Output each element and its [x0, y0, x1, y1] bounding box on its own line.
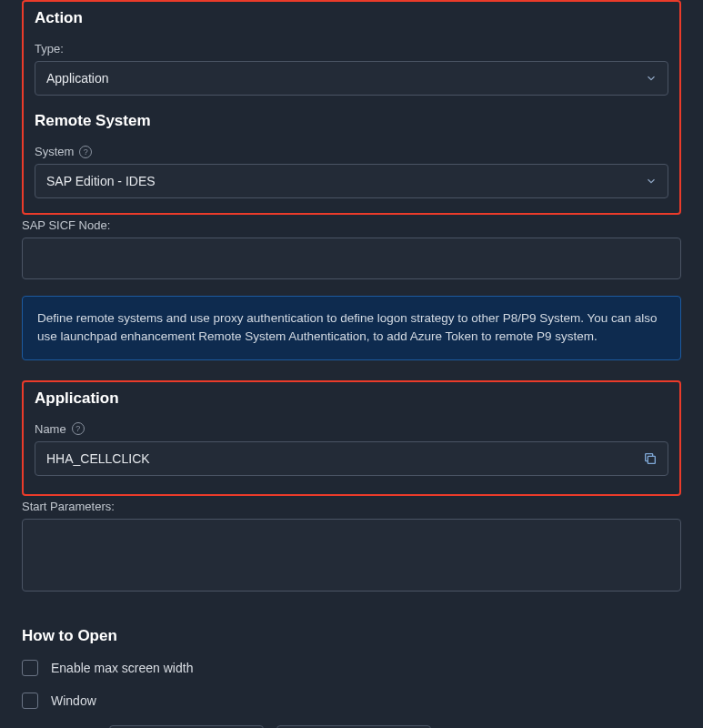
application-highlight-box: Application Name ? [22, 380, 681, 496]
action-header: Action [35, 9, 668, 27]
action-type-select[interactable]: Application [35, 61, 668, 96]
remote-system-label: System [35, 145, 74, 158]
open-external-button[interactable] [638, 446, 663, 471]
dialog-width-input[interactable] [109, 725, 264, 729]
application-header: Application [35, 389, 668, 408]
action-remote-highlight-box: Action Type: Application Remote System S… [22, 0, 681, 215]
open-external-icon [643, 451, 658, 466]
enable-max-width-label[interactable]: Enable max screen width [51, 661, 193, 675]
application-name-label: Name [35, 422, 66, 436]
remote-system-value: SAP Edition - IDES [35, 164, 668, 198]
dialog-height-input[interactable] [276, 725, 431, 729]
remote-system-info-banner: Define remote systems and use proxy auth… [22, 296, 681, 360]
window-checkbox[interactable] [22, 693, 38, 709]
action-type-value: Application [35, 61, 668, 96]
start-parameters-input[interactable] [22, 519, 681, 592]
sap-sicf-input[interactable] [22, 238, 681, 279]
remote-system-select[interactable]: SAP Edition - IDES [35, 164, 668, 198]
how-to-open-header: How to Open [22, 627, 681, 645]
application-name-input[interactable] [35, 441, 668, 476]
start-parameters-label: Start Parameters: [22, 500, 681, 513]
help-icon[interactable]: ? [72, 422, 85, 435]
action-type-label: Type: [35, 42, 64, 56]
help-icon[interactable]: ? [79, 146, 92, 158]
enable-max-width-checkbox[interactable] [22, 660, 38, 676]
svg-rect-0 [648, 456, 655, 463]
remote-system-header: Remote System [35, 112, 668, 130]
window-label[interactable]: Window [51, 693, 96, 708]
sap-sicf-label: SAP SICF Node: [22, 218, 681, 232]
